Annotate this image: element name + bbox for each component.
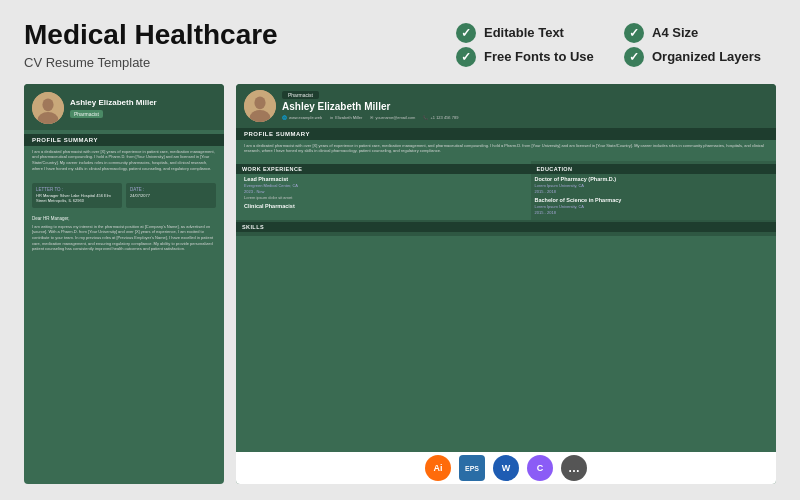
pharmacist-badge: Pharmacist [282,91,319,99]
date-box: DATE : 24/07/2077 [126,183,216,207]
profile-text-r: I am a dedicated pharmacist with over [X… [236,140,776,161]
title-block: Medical Healthcare CV Resume Template [24,20,436,70]
resume-role-badge: Pharmacist [70,110,103,118]
date-value: 24/07/2077 [130,193,212,198]
right-resume-header: Pharmacist Ashley Elizabeth Miller 🌐 www… [236,84,776,128]
resume-left-body: I am a dedicated pharmacist with over [X… [24,149,224,179]
job-desc-1: Lorem ipsum dolor sit amet [244,195,525,200]
profile-summary-header: PROFILE SUMMARY [24,134,224,146]
resume-name: Ashley Elizabeth Miller [70,98,216,108]
resume-left-preview: Ashley Elizabeth Miller Pharmacist PROFI… [24,84,224,484]
feature-item-a4: A4 Size [624,23,776,43]
check-icon [624,47,644,67]
feature-item-editable: Editable Text [456,23,608,43]
right-name-block: Pharmacist Ashley Elizabeth Miller 🌐 www… [282,91,768,120]
feature-label: Free Fonts to Use [484,49,594,64]
contact-row: 🌐 www.example.web in Elizabeth Miller ✉ … [282,115,768,120]
tool-canva: C [527,455,553,481]
right-resume-name: Ashley Elizabeth Miller [282,101,768,113]
svg-point-1 [42,98,53,111]
profile-text: I am a dedicated pharmacist with over [X… [32,149,216,171]
profile-body: I am a dedicated pharmacist with over [X… [244,143,768,154]
job-title-2: Clinical Pharmacist [244,203,525,209]
resume-name-block: Ashley Elizabeth Miller Pharmacist [70,98,216,118]
dear: Dear HR Manager, [32,216,216,222]
skills-header: SKILLS [236,222,776,232]
previews-row: Ashley Elizabeth Miller Pharmacist PROFI… [24,84,776,484]
resume-right-preview: Pharmacist Ashley Elizabeth Miller 🌐 www… [236,84,776,484]
contact-linkedin: in Elizabeth Miller [330,115,362,120]
page-wrapper: Medical Healthcare CV Resume Template Ed… [0,0,800,500]
tools-section: Ai EPS W C … [236,452,776,484]
job-period-1: 2023 - Now [244,189,525,194]
skills-section: SKILLS [236,220,776,236]
period-2: 2015 - 2018 [535,210,768,215]
right-resume-wrapper: Pharmacist Ashley Elizabeth Miller 🌐 www… [236,84,776,484]
education-col: EDUCATION Doctor of Pharmacy (Pharm.D.) … [531,161,776,220]
school-2: Lorem Ipsum University, CA [535,204,768,209]
tool-eps: EPS [459,455,485,481]
letter-body: Dear HR Manager, I am writing to express… [24,212,224,260]
feature-item-layers: Organized Layers [624,47,776,67]
job-title-1: Lead Pharmacist [244,176,525,182]
contact-phone: 📞 +1 123 456 789 [423,115,458,120]
tool-more: … [561,455,587,481]
letter-to-label: LETTER TO : [36,187,118,192]
feature-label: A4 Size [652,25,698,40]
header-section: Medical Healthcare CV Resume Template Ed… [24,20,776,70]
two-col-body: WORK EXPERIENCE Lead Pharmacist Evergree… [236,161,776,220]
degree-1: Doctor of Pharmacy (Pharm.D.) [535,176,768,182]
features-grid: Editable Text A4 Size Free Fonts to Use … [456,23,776,67]
check-icon [456,23,476,43]
date-label: DATE : [130,187,212,192]
check-icon [624,23,644,43]
work-experience-col: WORK EXPERIENCE Lead Pharmacist Evergree… [236,161,531,220]
contact-email: ✉ yourname@email.com [370,115,415,120]
feature-label: Editable Text [484,25,564,40]
contact-web: 🌐 www.example.web [282,115,322,120]
tool-illustrator: Ai [425,455,451,481]
degree-2: Bachelor of Science in Pharmacy [535,197,768,203]
education-title: EDUCATION [531,164,776,174]
tool-word: W [493,455,519,481]
main-title: Medical Healthcare [24,20,436,51]
feature-item-fonts: Free Fonts to Use [456,47,608,67]
letter-to-value: HR Manager Silver Lake Hospital 456 Elm … [36,193,118,203]
letter-to-box: LETTER TO : HR Manager Silver Lake Hospi… [32,183,122,207]
profile-summary-header-r: PROFILE SUMMARY [236,128,776,140]
work-experience-title: WORK EXPERIENCE [236,164,531,174]
period-1: 2015 - 2018 [535,189,768,194]
letter-text: I am writing to express my interest in t… [32,224,216,252]
avatar [244,90,276,122]
left-resume-header: Ashley Elizabeth Miller Pharmacist [24,84,224,130]
avatar [32,92,64,124]
check-icon [456,47,476,67]
sub-title: CV Resume Template [24,55,436,70]
letter-grid: LETTER TO : HR Manager Silver Lake Hospi… [32,183,216,207]
feature-label: Organized Layers [652,49,761,64]
job-company-1: Evergreen Medical Center, CA [244,183,525,188]
school-1: Lorem Ipsum University, CA [535,183,768,188]
svg-point-4 [254,96,265,109]
